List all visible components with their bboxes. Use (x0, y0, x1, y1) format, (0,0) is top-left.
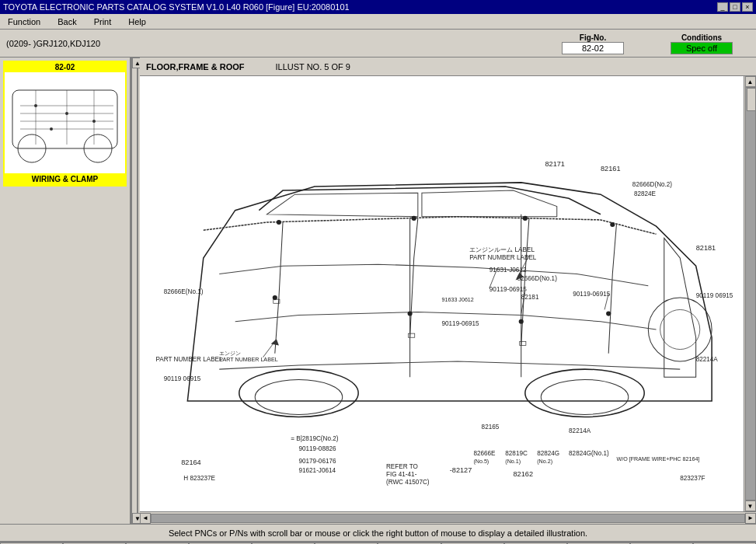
svg-text:90119-06915: 90119-06915 (489, 286, 528, 293)
menu-back[interactable]: Back (53, 16, 81, 28)
svg-text:= B|2819C(No.2): = B|2819C(No.2) (291, 435, 339, 442)
fig-no-label: Fig-No. (580, 33, 606, 42)
conditions-value: Spec off (671, 42, 733, 54)
svg-text:82161: 82161 (601, 165, 621, 173)
left-panel: 82-02 (0, 58, 131, 524)
scroll-thumb[interactable] (747, 88, 756, 111)
svg-text:82819C: 82819C (505, 450, 528, 457)
svg-text:82666D(No.2): 82666D(No.2) (632, 181, 673, 188)
svg-text:エンジン: エンジン (219, 350, 241, 357)
svg-text:82666E: 82666E (473, 450, 496, 457)
svg-text:82165: 82165 (482, 424, 500, 431)
svg-text:90119 06915: 90119 06915 (164, 375, 201, 382)
title-bar: TOYOTA ELECTRONIC PARTS CATALOG SYSTEM V… (0, 0, 756, 14)
conditions-box: Conditions Spec off (647, 33, 756, 54)
menu-function[interactable]: Function (3, 16, 45, 28)
svg-text:82214A: 82214A (696, 356, 719, 363)
svg-text:エンジンルーム LABEL: エンジンルーム LABEL (469, 246, 535, 253)
figure-thumb-image (5, 72, 125, 173)
drawing-area[interactable]: 82161 82171 82666D(No.2) 82824E 82181 90… (140, 76, 756, 511)
svg-text:82824E: 82824E (634, 190, 657, 197)
scroll-up-button[interactable]: ▲ (745, 76, 756, 87)
svg-text:(RWC 41507C): (RWC 41507C) (386, 479, 430, 486)
app-title: TOYOTA ELECTRONIC PARTS CATALOG SYSTEM V… (3, 2, 350, 12)
svg-text:91621-J0614: 91621-J0614 (298, 467, 336, 474)
svg-point-20 (648, 298, 712, 361)
function-bar: F1 Clear F2 ZoomIn F3 ZoomOut F4 Entire … (0, 541, 756, 544)
svg-text:82162: 82162 (514, 470, 534, 478)
outer-container: 82-02 (0, 58, 756, 524)
svg-text:91633 J0612: 91633 J0612 (442, 297, 474, 303)
svg-text:FIG 41-41-: FIG 41-41- (386, 471, 417, 478)
svg-text:90119 06915: 90119 06915 (696, 292, 733, 299)
svg-point-22 (277, 220, 281, 225)
header-info: (0209- )GRJ120,KDJ120 Fig-No. 82-02 Cond… (0, 30, 756, 58)
svg-text:82666E(No.1): 82666E(No.1) (164, 288, 204, 295)
left-scroll-track[interactable] (137, 68, 138, 513)
fig-no-value: 82-02 (562, 42, 624, 54)
menu-bar: Function Back Print Help (0, 14, 756, 30)
maximize-button[interactable]: □ (730, 2, 740, 12)
svg-text:PART NUMBER LABEL: PART NUMBER LABEL (219, 357, 277, 363)
menu-print[interactable]: Print (89, 16, 117, 28)
figure-thumb-label: 82-02 (5, 62, 125, 72)
svg-text:W/O [FRAME WIRE+PHC 82164]: W/O [FRAME WIRE+PHC 82164] (616, 456, 699, 462)
svg-point-17 (541, 379, 628, 414)
svg-text:82824G(No.1): 82824G(No.1) (569, 450, 609, 457)
svg-text:90119-06915: 90119-06915 (442, 320, 480, 327)
svg-point-14 (239, 369, 358, 417)
svg-text:90119-06915: 90119-06915 (573, 291, 611, 298)
fig-no-box: Fig-No. 82-02 (538, 33, 647, 54)
bottom-hscroll: ◄ ► (140, 511, 756, 524)
illust-label: ILLUST NO. 5 OF 9 (276, 62, 350, 71)
svg-text:90179-06176: 90179-06176 (298, 458, 336, 465)
svg-rect-0 (12, 90, 117, 148)
svg-text:82181: 82181 (696, 244, 716, 252)
content-area: FLOOR,FRAME & ROOF ILLUST NO. 5 OF 9 (140, 58, 756, 524)
minimize-button[interactable]: _ (717, 2, 728, 12)
fig-row: Fig-No. 82-02 Conditions Spec off (538, 30, 756, 58)
status-bar: Select PNCs or P/Ns with scroll bar or m… (0, 524, 756, 541)
svg-point-25 (610, 222, 615, 227)
svg-marker-80 (271, 339, 279, 345)
svg-point-12 (92, 120, 96, 123)
svg-text:(No.1): (No.1) (505, 459, 521, 465)
svg-text:REFER TO: REFER TO (386, 463, 418, 470)
figure-thumb-title: WIRING & CLAMP (5, 173, 125, 185)
close-button[interactable]: × (742, 2, 753, 12)
svg-rect-77 (409, 333, 415, 337)
svg-text:82666D(No.1): 82666D(No.1) (517, 275, 558, 282)
right-scrollbar: ▲ ▼ (744, 76, 756, 511)
svg-point-11 (65, 112, 68, 115)
svg-point-23 (412, 216, 416, 221)
svg-text:823237F: 823237F (680, 475, 705, 482)
svg-text:82164: 82164 (181, 459, 201, 466)
figure-thumbnail[interactable]: 82-02 (3, 61, 127, 187)
left-outer: 82-02 (0, 58, 140, 524)
svg-rect-78 (520, 341, 526, 345)
hscroll-track[interactable] (151, 514, 745, 523)
menu-help[interactable]: Help (124, 16, 151, 28)
diagram-svg: 82161 82171 82666D(No.2) 82824E 82181 90… (140, 76, 744, 511)
svg-text:PART NUMBER LABEL: PART NUMBER LABEL (155, 356, 223, 363)
svg-point-15 (525, 369, 644, 417)
drawing-container: 82161 82171 82666D(No.2) 82824E 82181 90… (140, 76, 756, 511)
svg-text:90119-08826: 90119-08826 (298, 445, 336, 452)
hscroll-right[interactable]: ► (745, 513, 756, 524)
drawing-title: FLOOR,FRAME & ROOF ILLUST NO. 5 OF 9 (140, 58, 756, 76)
drawing-title-text: FLOOR,FRAME & ROOF (146, 62, 245, 71)
status-message: Select PNCs or P/Ns with scroll bar or m… (169, 528, 587, 538)
svg-point-27 (408, 311, 413, 316)
svg-text:82171: 82171 (545, 160, 565, 168)
svg-text:(No.5): (No.5) (473, 459, 489, 465)
fig-info: Fig-No. 82-02 Conditions Spec off (538, 30, 756, 58)
svg-point-24 (523, 216, 528, 221)
svg-point-28 (519, 319, 524, 324)
hscroll-left[interactable]: ◄ (140, 513, 151, 524)
scroll-down-button[interactable]: ▼ (745, 500, 756, 511)
svg-text:-82127: -82127 (450, 466, 472, 474)
conditions-label: Conditions (681, 33, 722, 42)
scroll-track[interactable] (745, 87, 756, 500)
svg-text:H 823237E: H 823237E (183, 475, 215, 482)
svg-point-16 (255, 379, 342, 414)
